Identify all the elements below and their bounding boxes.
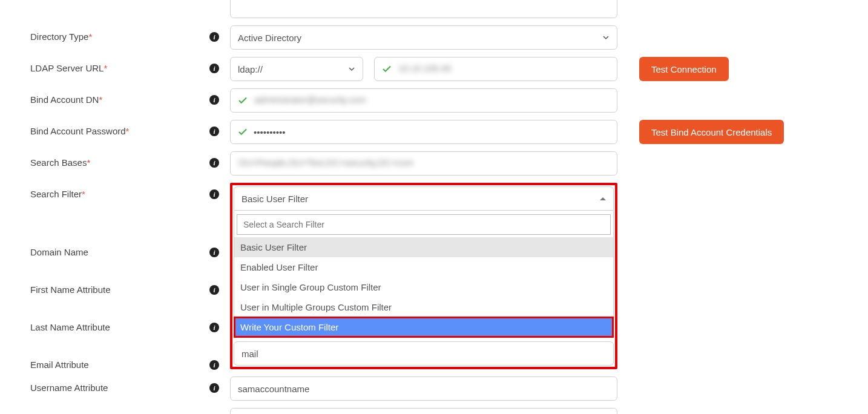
label-first-name-attr: First Name Attribute <box>30 284 111 295</box>
label-bind-dn: Bind Account DN* <box>30 94 102 105</box>
row-directory-type: Directory Type* i Active Directory <box>30 25 838 50</box>
email-attribute-input[interactable] <box>234 341 614 366</box>
info-icon[interactable]: i <box>209 285 219 295</box>
caret-up-icon <box>600 197 606 200</box>
filter-option-enabled-user[interactable]: Enabled User Filter <box>234 257 613 277</box>
search-filter-dropdown-header[interactable]: Basic User Filter <box>234 186 614 211</box>
row-phone-attr: Phone Attribute i <box>30 408 838 414</box>
info-icon[interactable]: i <box>209 158 219 168</box>
search-filter-options-list: Basic User Filter Enabled User Filter Us… <box>234 237 613 337</box>
search-filter-dropdown[interactable]: Basic User Filter Basic User Filter Enab… <box>234 186 614 338</box>
check-icon <box>237 95 248 106</box>
username-attribute-input[interactable] <box>230 376 617 401</box>
filter-option-basic-user[interactable]: Basic User Filter <box>234 237 613 257</box>
search-filter-selected-text: Basic User Filter <box>242 194 308 204</box>
test-bind-button[interactable]: Test Bind Account Credentials <box>639 120 784 144</box>
label-last-name-attr: Last Name Attribute <box>30 322 110 332</box>
filter-option-multiple-groups[interactable]: User in Multiple Groups Custom Filter <box>234 297 613 317</box>
filter-option-single-group[interactable]: User in Single Group Custom Filter <box>234 277 613 297</box>
label-directory-type: Directory Type* <box>30 31 92 42</box>
search-filter-search-input[interactable] <box>237 214 611 235</box>
label-ldap-url: LDAP Server URL* <box>30 63 107 73</box>
row-search-bases: Search Bases* i OU=People,OU=Test,DC=sec… <box>30 151 838 176</box>
phone-attribute-input[interactable] <box>230 408 617 414</box>
check-icon <box>381 64 392 74</box>
top-cutoff-input[interactable] <box>230 0 617 18</box>
label-domain-name: Domain Name <box>30 247 88 257</box>
directory-type-select[interactable]: Active Directory <box>230 25 617 50</box>
bind-password-input[interactable] <box>230 120 617 144</box>
row-bind-dn: Bind Account DN* i administrator@securit… <box>30 88 838 113</box>
search-filter-dropdown-panel: Basic User Filter Enabled User Filter Us… <box>234 211 614 338</box>
label-bind-password: Bind Account Password* <box>30 126 129 136</box>
info-icon[interactable]: i <box>209 95 219 105</box>
info-icon[interactable]: i <box>209 360 219 370</box>
ldap-protocol-select[interactable]: ldap:// <box>230 57 363 81</box>
search-filter-highlight-box: Basic User Filter Basic User Filter Enab… <box>230 183 617 369</box>
info-icon[interactable]: i <box>209 32 219 42</box>
filter-option-custom[interactable]: Write Your Custom Filter <box>234 317 613 337</box>
ldap-host-wrapper: 10.10.100.40 <box>374 57 617 81</box>
check-icon <box>237 126 248 137</box>
label-search-filter: Search Filter* <box>30 189 85 199</box>
info-icon[interactable]: i <box>209 126 219 136</box>
row-bind-password: Bind Account Password* i Test Bind Accou… <box>30 120 838 144</box>
info-icon[interactable]: i <box>209 189 219 199</box>
row-ldap-url: LDAP Server URL* i ldap:// 10.10.100.40 … <box>30 57 838 81</box>
info-icon[interactable]: i <box>209 64 219 73</box>
info-icon[interactable]: i <box>209 248 219 257</box>
test-connection-button[interactable]: Test Connection <box>639 57 729 81</box>
label-email-attr: Email Attribute <box>30 360 89 370</box>
info-icon[interactable]: i <box>209 323 219 332</box>
label-search-bases: Search Bases* <box>30 157 90 168</box>
